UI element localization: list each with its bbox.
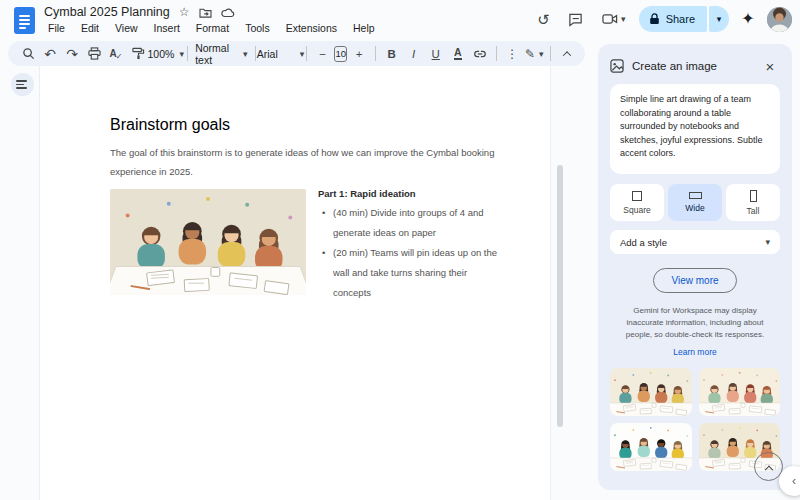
chevron-down-icon: ▾ (765, 237, 770, 247)
square-shape-icon (632, 191, 642, 201)
image-panel-icon (610, 59, 624, 73)
underline-button[interactable]: U (426, 44, 446, 64)
cloud-status-icon[interactable] (221, 7, 235, 18)
inserted-team-illustration[interactable] (110, 189, 306, 295)
print-icon[interactable] (84, 44, 104, 64)
document-part-title[interactable]: Part 1: Rapid ideation (318, 188, 416, 199)
account-avatar[interactable] (767, 7, 792, 32)
undo-icon[interactable]: ↶ (40, 44, 60, 64)
aspect-tall-button[interactable]: Tall (726, 184, 780, 221)
decrease-font-size-button[interactable]: − (312, 44, 332, 64)
search-menus-icon[interactable] (18, 44, 38, 64)
document-title[interactable]: Cymbal 2025 Planning (44, 5, 170, 19)
wide-shape-icon (689, 192, 702, 199)
image-prompt-input[interactable]: Simple line art drawing of a team collab… (610, 84, 780, 174)
generated-images-grid (610, 368, 780, 471)
comments-icon[interactable] (563, 6, 589, 32)
formatting-toolbar: ↶ ↷ A✓ 100%▾ Normal text▾ Arial▾ − 10 + … (8, 41, 585, 66)
paint-format-icon[interactable] (128, 44, 148, 64)
font-size-input[interactable]: 10 (334, 46, 347, 62)
panel-title: Create an image (632, 60, 752, 72)
share-dropdown-caret[interactable]: ▾ (709, 6, 729, 32)
gemini-disclaimer-text: Gemini for Workspace may display inaccur… (610, 305, 780, 341)
star-icon[interactable]: ☆ (179, 5, 190, 19)
bold-button[interactable]: B (382, 44, 402, 64)
generated-image-1[interactable] (610, 368, 692, 416)
menu-extensions[interactable]: Extensions (280, 21, 343, 35)
more-options-icon[interactable]: ⋮ (502, 44, 522, 64)
share-label: Share (666, 13, 695, 25)
move-folder-icon[interactable] (199, 7, 212, 18)
tall-shape-icon (750, 190, 757, 202)
video-call-icon[interactable]: ▾ (595, 6, 633, 32)
hide-menus-button[interactable] (557, 44, 577, 64)
generated-image-3[interactable] (610, 423, 692, 471)
menu-tools[interactable]: Tools (239, 21, 276, 35)
menu-file[interactable]: File (42, 21, 71, 35)
text-color-button[interactable]: A (448, 44, 468, 64)
font-family-select[interactable]: Arial▾ (261, 44, 300, 64)
aspect-wide-button[interactable]: Wide (668, 184, 722, 221)
increase-font-size-button[interactable]: + (349, 44, 369, 64)
italic-button[interactable]: I (404, 44, 424, 64)
document-scrollbar[interactable] (557, 165, 563, 427)
menu-view[interactable]: View (109, 21, 144, 35)
document-outline-button[interactable] (11, 73, 34, 96)
spell-check-icon[interactable]: A✓ (106, 44, 126, 64)
bullet-item[interactable]: (20 min) Teams will pin ideas up on the … (322, 243, 500, 303)
redo-icon[interactable]: ↷ (62, 44, 82, 64)
share-button[interactable]: Share ▾ (639, 6, 729, 32)
add-style-dropdown[interactable]: Add a style ▾ (610, 230, 780, 254)
learn-more-link[interactable]: Learn more (610, 347, 780, 357)
aspect-ratio-group: Square Wide Tall (610, 184, 780, 221)
aspect-square-button[interactable]: Square (610, 184, 664, 221)
collapse-sidebar-handle[interactable]: ‹ (779, 466, 800, 496)
generated-image-2[interactable] (699, 368, 781, 416)
pen-mode-select[interactable]: ✎▾ (524, 44, 544, 64)
close-panel-icon[interactable]: × (760, 56, 780, 76)
menu-insert[interactable]: Insert (148, 21, 186, 35)
document-bullet-list: (40 min) Divide into groups of 4 and gen… (322, 203, 500, 303)
gemini-sparkle-icon[interactable]: ✦ (735, 6, 761, 32)
view-more-button[interactable]: View more (653, 268, 736, 293)
zoom-select[interactable]: 100%▾ (150, 44, 181, 64)
create-image-panel: Create an image × Simple line art drawin… (598, 44, 792, 490)
paragraph-style-select[interactable]: Normal text▾ (194, 44, 249, 64)
version-history-icon[interactable]: ↺ (531, 6, 557, 32)
bullet-item[interactable]: (40 min) Divide into groups of 4 and gen… (322, 203, 500, 243)
menu-help[interactable]: Help (347, 21, 381, 35)
menu-edit[interactable]: Edit (75, 21, 105, 35)
titlebar: Cymbal 2025 Planning ☆ File Edit View In… (0, 0, 800, 40)
insert-link-icon[interactable] (470, 44, 490, 64)
document-intro-paragraph[interactable]: The goal of this brainstorm is to genera… (110, 143, 505, 181)
menubar: File Edit View Insert Format Tools Exten… (42, 21, 381, 35)
lock-icon (649, 13, 660, 25)
menu-format[interactable]: Format (190, 21, 235, 35)
google-docs-logo-icon[interactable] (14, 7, 35, 34)
document-heading[interactable]: Brainstorm goals (110, 116, 230, 134)
